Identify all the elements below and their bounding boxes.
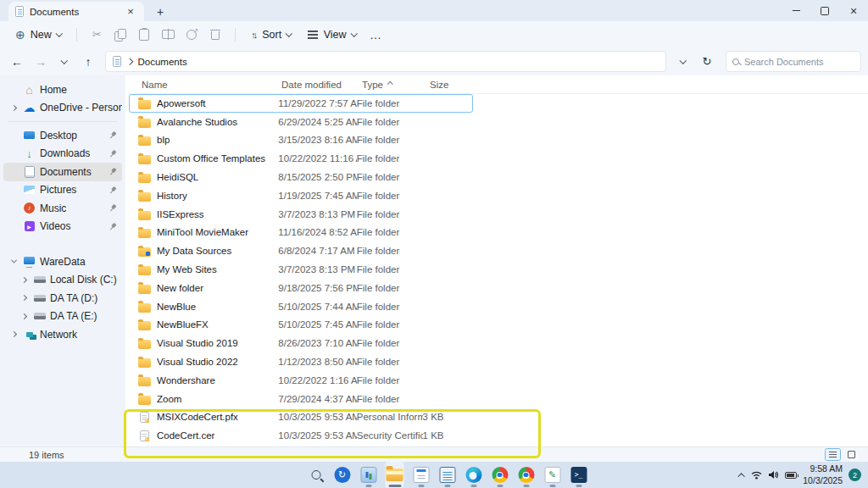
- table-row[interactable]: Apowersoft 11/29/2022 7:57 AM File folde…: [129, 94, 473, 113]
- forward-button[interactable]: [31, 52, 51, 72]
- table-row[interactable]: New folder 9/18/2025 7:56 PM File folder: [129, 279, 473, 297]
- sort-button[interactable]: ↑↓ Sort: [244, 25, 298, 44]
- address-bar[interactable]: Documents: [105, 51, 666, 72]
- taskbar-file-explorer-icon[interactable]: [386, 462, 404, 488]
- breadcrumb[interactable]: Documents: [138, 57, 187, 67]
- table-row[interactable]: CodeCert.cer 10/3/2025 9:53 AM Security …: [129, 426, 473, 445]
- new-tab-button[interactable]: +: [151, 3, 170, 21]
- taskbar-terminal-icon[interactable]: [570, 462, 588, 488]
- sidebar-item-videos[interactable]: Videos: [3, 218, 122, 236]
- details-view-toggle[interactable]: [825, 448, 841, 461]
- wifi-icon[interactable]: [751, 470, 762, 480]
- cut-icon[interactable]: [86, 25, 108, 45]
- sidebar-item-desktop[interactable]: Desktop: [3, 126, 122, 145]
- file-type: File folder: [357, 98, 423, 108]
- sidebar-item-da-ta-d-[interactable]: DA TA (D:): [3, 289, 122, 308]
- recent-locations-button[interactable]: [54, 52, 75, 72]
- table-row[interactable]: History 1/19/2025 7:45 AM File folder: [129, 186, 473, 205]
- sidebar-item-label: Pictures: [40, 184, 105, 196]
- table-row[interactable]: NewBlueFX 5/10/2025 7:45 AM File folder: [129, 316, 473, 335]
- maximize-button[interactable]: [810, 0, 839, 21]
- tree-chevron-icon[interactable]: [19, 296, 29, 300]
- network-icon: [22, 328, 36, 341]
- more-options-button[interactable]: …: [364, 28, 387, 42]
- minimize-button[interactable]: [782, 0, 810, 21]
- taskbar-notes-app-icon[interactable]: [438, 462, 457, 488]
- taskbar-chrome-icon[interactable]: [491, 462, 509, 488]
- sidebar-item-onedrive-personal[interactable]: OneDrive - Personal: [3, 99, 122, 118]
- paste-icon[interactable]: [133, 25, 155, 45]
- sidebar-item-local-disk-c-[interactable]: Local Disk (C:): [3, 271, 122, 290]
- column-header-date-modified[interactable]: Date modified: [281, 80, 362, 90]
- file-date-modified: 11/29/2022 7:57 AM: [278, 98, 356, 108]
- copy-icon[interactable]: [109, 25, 131, 45]
- pin-icon: [107, 220, 120, 233]
- column-header-name[interactable]: Name: [129, 80, 281, 90]
- refresh-button[interactable]: [697, 52, 717, 72]
- tree-chevron-icon[interactable]: [8, 332, 19, 336]
- sidebar-item-downloads[interactable]: Downloads: [3, 145, 122, 164]
- share-icon[interactable]: [181, 25, 203, 45]
- table-row[interactable]: My Data Sources 6/8/2024 7:17 AM File fo…: [129, 241, 473, 260]
- sidebar-item-home[interactable]: Home: [3, 80, 122, 99]
- tree-chevron-icon[interactable]: [8, 106, 19, 110]
- sidebar-item-music[interactable]: Music: [3, 199, 122, 218]
- videos-icon: [22, 220, 36, 233]
- tab-close-icon[interactable]: [124, 5, 137, 19]
- large-icons-view-toggle[interactable]: [843, 448, 860, 461]
- sidebar-item-documents[interactable]: Documents: [3, 163, 122, 181]
- taskbar-sync-app-icon[interactable]: [333, 462, 352, 488]
- tree-chevron-icon[interactable]: [19, 278, 29, 282]
- delete-icon[interactable]: [204, 25, 226, 45]
- taskbar-installer-app-icon[interactable]: [412, 462, 431, 488]
- table-row[interactable]: Visual Studio 2019 8/26/2023 7:10 AM Fil…: [129, 334, 473, 352]
- close-button[interactable]: [839, 0, 868, 21]
- up-button[interactable]: [78, 52, 98, 72]
- back-button[interactable]: [7, 52, 27, 72]
- navigation-bar: Documents: [0, 47, 868, 75]
- table-row[interactable]: Visual Studio 2022 1/12/2023 8:50 AM Fil…: [129, 352, 473, 371]
- rename-icon[interactable]: [157, 25, 179, 45]
- pin-icon: [107, 129, 120, 141]
- hidden-icons-chevron-icon[interactable]: [738, 473, 745, 480]
- sidebar-item-waredata[interactable]: WareData: [3, 252, 122, 271]
- battery-icon[interactable]: [785, 472, 797, 479]
- column-header-size[interactable]: Size: [430, 80, 481, 90]
- speaker-icon[interactable]: [768, 470, 779, 480]
- view-button[interactable]: View: [300, 25, 363, 44]
- taskbar-system-monitor-app-icon[interactable]: [359, 462, 378, 488]
- table-row[interactable]: Zoom 7/29/2024 4:37 AM File folder: [129, 390, 473, 408]
- taskbar-start-icon[interactable]: [281, 462, 299, 488]
- sidebar-item-network[interactable]: Network: [3, 325, 122, 344]
- tree-chevron-icon[interactable]: [8, 259, 19, 263]
- sidebar-item-da-ta-e-[interactable]: DA TA (E:): [3, 308, 122, 326]
- tab-documents[interactable]: Documents: [8, 2, 144, 21]
- table-row[interactable]: blp 3/15/2023 8:16 AM File folder: [129, 131, 473, 150]
- table-row[interactable]: MSIXCodeCert.pfx 10/3/2025 9:53 AM Perso…: [129, 408, 473, 427]
- new-button[interactable]: New: [8, 25, 68, 45]
- sidebar-item-pictures[interactable]: Pictures: [3, 181, 122, 200]
- taskbar-search-icon[interactable]: [307, 462, 326, 488]
- table-row[interactable]: Custom Office Templates 10/22/2022 11:16…: [129, 149, 473, 168]
- column-header-type[interactable]: Type: [362, 80, 430, 90]
- taskbar-photo-editor-icon[interactable]: [543, 462, 562, 488]
- search-box[interactable]: [726, 51, 861, 72]
- search-input[interactable]: [744, 57, 854, 67]
- table-row[interactable]: Avalanche Studios 6/29/2024 5:25 AM File…: [129, 113, 473, 131]
- tree-chevron-icon[interactable]: [19, 314, 29, 319]
- table-row[interactable]: IISExpress 3/7/2023 8:13 PM File folder: [129, 205, 473, 224]
- taskbar-chrome-icon-2[interactable]: [517, 462, 536, 488]
- file-date-modified: 5/10/2025 7:45 AM: [278, 319, 356, 330]
- folder-icon: [137, 226, 151, 238]
- file-name: MiniTool MovieMaker: [157, 227, 248, 237]
- notification-badge[interactable]: 2: [849, 469, 861, 481]
- table-row[interactable]: My Web Sites 3/7/2023 8:13 PM File folde…: [129, 260, 473, 279]
- address-dropdown-button[interactable]: [673, 52, 693, 72]
- table-row[interactable]: Wondershare 10/22/2022 1:16 AM File fold…: [129, 371, 473, 390]
- table-row[interactable]: HeidiSQL 8/15/2025 2:50 PM File folder: [129, 168, 473, 186]
- table-row[interactable]: NewBlue 5/10/2025 7:44 AM File folder: [129, 297, 473, 316]
- taskbar-edge-icon[interactable]: [465, 462, 483, 488]
- table-row[interactable]: MiniTool MovieMaker 11/16/2024 8:52 AM F…: [129, 224, 473, 242]
- sync-app-icon: [334, 467, 350, 483]
- clock[interactable]: 9:58 AM 10/3/2025: [803, 463, 843, 485]
